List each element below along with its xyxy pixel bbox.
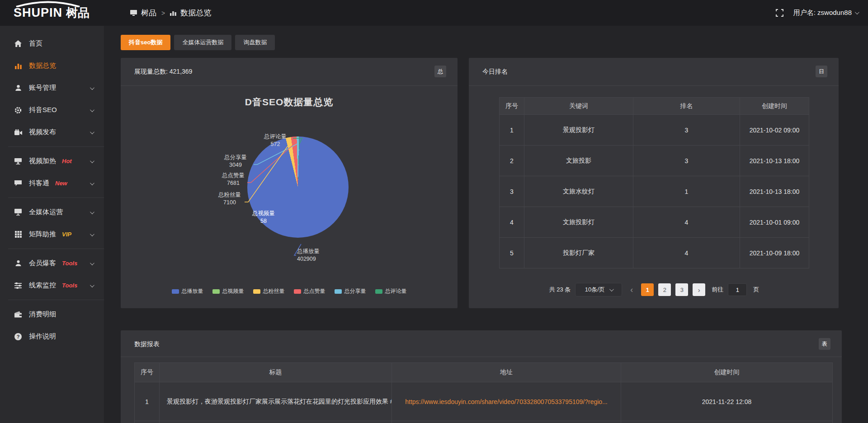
tab-media-ops-data[interactable]: 全媒体运营数据 [174,35,231,50]
svg-text:?: ? [17,334,20,339]
vip-badge: VIP [62,231,71,238]
sidebar-item-label: 操作说明 [29,332,56,341]
table-row: 1 景观投影灯 3 2021-10-02 09:00 [500,115,809,146]
sidebar-item-media-ops[interactable]: 全媒体运营 [0,201,104,223]
tools-badge: Tools [62,282,77,289]
fullscreen-icon[interactable] [776,9,783,17]
cell-rank: 4 [633,207,740,238]
pie-label-value: 58 [249,217,278,225]
legend-item-likes[interactable]: 总点赞量 [294,287,326,295]
sidebar-item-account[interactable]: 账号管理 [0,77,104,99]
cell-rank: 3 [633,115,740,146]
tools-badge: Tools [62,260,77,267]
screen-icon [130,10,137,16]
chevron-down-icon [90,283,94,287]
cell-index: 1 [135,382,160,421]
app-logo: SHUPIN树品 [0,5,104,21]
legend-item-plays[interactable]: 总播放量 [172,287,203,295]
col-header-created: 创建时间 [621,363,833,382]
legend-item-comments[interactable]: 总评论量 [375,287,407,295]
legend-item-fans[interactable]: 总粉丝量 [253,287,285,295]
cell-index: 5 [500,238,524,268]
col-header-url: 地址 [392,363,621,382]
sidebar-item-video-publish[interactable]: 视频发布 [0,121,104,143]
cell-video-link[interactable]: https://www.iesdouyin.com/share/video/70… [392,382,621,421]
sidebar-item-label: 账号管理 [29,84,56,92]
sidebar-item-label: 会员爆客 [29,259,56,268]
breadcrumb-current[interactable]: 数据总览 [180,8,211,18]
legend-label: 总分享量 [344,287,366,295]
breadcrumb-root[interactable]: 树品 [141,8,156,18]
sidebar-item-home[interactable]: 首页 [0,33,104,55]
legend-swatch [253,289,260,294]
sidebar-item-douyin-seo[interactable]: 抖音SEO [0,99,104,121]
user-menu[interactable]: 用户名: zswodun88 [793,9,858,17]
page-2-button[interactable]: 2 [658,283,671,296]
pie-label-name: 总评论量 [259,133,292,141]
sidebar-item-doukertong[interactable]: 抖客通 New [0,172,104,194]
page-3-button[interactable]: 3 [675,283,688,296]
logo-arc-icon [14,1,81,7]
cell-index: 3 [500,176,524,207]
main-content: 抖音seo数据 全媒体运营数据 询盘数据 展现量总数: 421,369 总 D音… [104,26,868,423]
tab-inquiry-data[interactable]: 询盘数据 [235,35,275,50]
cell-rank: 1 [633,176,740,207]
ranking-panel-title: 今日排名 [482,68,508,76]
page-size-value: 10条/页 [585,286,605,294]
seo-chart-panel: 展现量总数: 421,369 总 D音SEO数据量总览 总评论量 572 [121,58,458,308]
bar-chart-icon [14,62,22,70]
next-page-button[interactable]: › [693,283,705,296]
goto-page-input[interactable] [728,283,747,296]
legend-item-videos[interactable]: 总视频量 [212,287,244,295]
ranking-table: 序号 关键词 排名 创建时间 1 景观投影灯 3 2021-10-02 09:0… [499,97,809,268]
sidebar-item-label: 视频加热 [29,157,56,165]
daily-view-button[interactable]: 日 [816,66,827,77]
prev-page-button[interactable]: ‹ [627,285,637,295]
table-row: 5 投影灯厂家 4 2021-10-09 18:00 [500,238,809,268]
today-ranking-panel: 今日排名 日 序号 关键词 排名 创建时间 [469,58,839,308]
pie-label-value: 3049 [218,161,253,169]
chevron-down-icon [90,232,94,236]
chevron-down-icon [90,85,94,90]
legend-label: 总粉丝量 [263,287,285,295]
table-row [135,421,833,423]
pie-label-fans: 总粉丝量 7100 [214,191,245,207]
sidebar-item-consumption[interactable]: 消费明细 [0,303,104,325]
cell-created: 2021-10-02 09:00 [740,115,809,146]
page-1-button[interactable]: 1 [641,283,654,296]
table-view-button[interactable]: 表 [819,338,830,350]
sidebar-item-matrix-boost[interactable]: 矩阵助推 VIP [0,223,104,245]
table-header-row: 序号 关键词 排名 创建时间 [500,98,809,115]
tab-douyin-seo-data[interactable]: 抖音seo数据 [121,35,170,50]
page-size-select[interactable]: 10条/页 [575,283,622,296]
table-header-row: 序号 标题 地址 创建时间 [135,363,833,382]
video-camera-icon [14,129,22,136]
sidebar-item-help[interactable]: ? 操作说明 [0,325,104,348]
sidebar-item-member-baoke[interactable]: 会员爆客 Tools [0,252,104,274]
cell-created: 2021-11-22 12:08 [621,382,833,421]
sidebar-item-label: 矩阵助推 [29,230,56,239]
cell-keyword: 文旅水纹灯 [524,176,633,207]
legend-swatch [212,289,220,294]
chevron-down-icon [90,130,94,134]
new-badge: New [55,180,67,187]
chevron-down-icon [90,159,94,163]
cell-created: 2021-10-09 18:00 [740,238,809,268]
legend-item-shares[interactable]: 总分享量 [335,287,366,295]
sidebar-item-video-heat[interactable]: 视频加热 Hot [0,150,104,172]
col-header-created: 创建时间 [740,98,809,115]
total-view-button[interactable]: 总 [434,66,446,77]
breadcrumb-separator: > [161,9,165,17]
goto-suffix: 页 [753,286,759,294]
impressions-total-label: 展现量总数: 421,369 [134,68,192,76]
pie-label-likes: 总点赞量 7681 [217,172,250,187]
monitor-icon [14,209,22,216]
logo-text-en: SHUPIN [14,6,62,19]
col-header-index: 序号 [135,363,160,382]
cell-index: 4 [500,207,524,238]
cell-index: 1 [500,115,524,146]
cell-keyword: 景观投影灯 [524,115,633,146]
sidebar-item-lead-monitor[interactable]: 线索监控 Tools [0,274,104,296]
breadcrumb: 树品 > 数据总览 [130,8,211,18]
sidebar-item-data-overview[interactable]: 数据总览 [0,55,104,77]
